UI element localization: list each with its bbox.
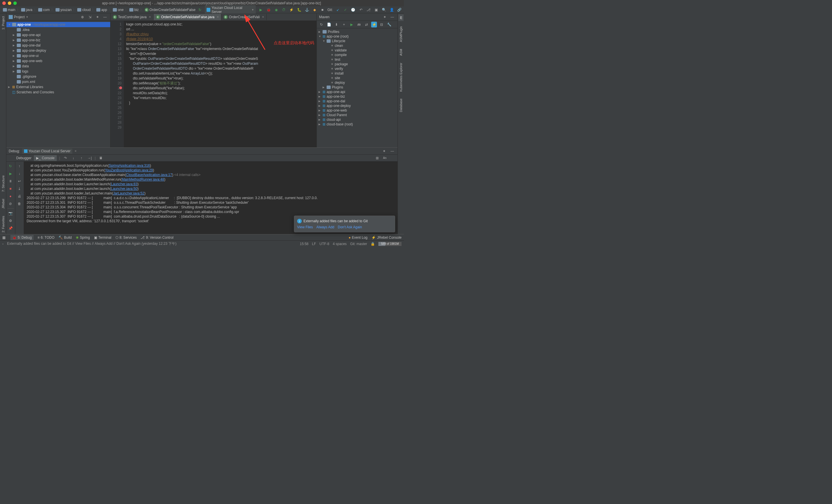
up-icon[interactable]: ↑	[17, 163, 22, 169]
database-tool-tab[interactable]: Database	[399, 97, 403, 114]
tree-item[interactable]: ▶logs	[6, 69, 110, 74]
maven-item[interactable]: ▼⊞app-one (root)	[317, 34, 397, 39]
services-tool-button[interactable]: ⬡8: Services	[115, 235, 136, 240]
profile-button[interactable]: ⏱	[281, 7, 287, 13]
status-icon[interactable]: ▫	[2, 242, 3, 246]
m-icon[interactable]: m	[356, 22, 362, 27]
coverage-button[interactable]: ◉	[274, 7, 279, 13]
tree-item[interactable]: pom.xml	[6, 79, 110, 84]
maven-item[interactable]: ▶⊞app-one-dal	[317, 99, 397, 104]
maven-item[interactable]: ▶⊞app-one-biz	[317, 94, 397, 99]
breakpoint-icon[interactable]	[119, 86, 122, 89]
maven-item[interactable]: ▶⊞app-one-api	[317, 90, 397, 94]
add-icon[interactable]: +	[341, 22, 347, 27]
editor-tab[interactable]: COrderCreateSelfVali×	[221, 14, 267, 20]
layout-icon[interactable]: ⊞	[374, 155, 380, 161]
asm-tool-tab[interactable]: ASM	[399, 47, 403, 57]
maximize-window-icon[interactable]	[13, 1, 17, 5]
project-panel-title[interactable]: Project ▼	[9, 15, 80, 19]
debugger-tab[interactable]: Debugger	[16, 156, 31, 160]
git-history-icon[interactable]: 🕐	[350, 7, 356, 13]
structure-tool-tab[interactable]: 7: Structure	[1, 174, 5, 194]
step-over-icon[interactable]: ↷	[62, 155, 68, 161]
rerun-icon[interactable]: ↻	[7, 163, 13, 169]
maven-item[interactable]: ✶verify	[317, 66, 397, 71]
editor-tab[interactable]: CTestController.java×	[110, 14, 154, 20]
resume-icon[interactable]: ▶	[7, 171, 13, 176]
maven-item[interactable]: ✶validate	[317, 48, 397, 53]
maven-item[interactable]: ✶compile	[317, 53, 397, 57]
expand-icon[interactable]: ⇲	[87, 14, 93, 20]
maven-item[interactable]: ✶package	[317, 62, 397, 66]
breadcrumb-one[interactable]: one	[112, 7, 125, 12]
tree-item[interactable]: ◫Scratches and Consoles	[6, 90, 110, 95]
debug-tool-button[interactable]: 🐞5: Debug	[10, 235, 33, 240]
scroll-icon[interactable]: ⤓	[17, 186, 22, 192]
view-files-link[interactable]: View Files	[297, 225, 313, 229]
mute-icon[interactable]: ⊘	[7, 201, 13, 207]
memory-indicator[interactable]: 589 of 1981M	[379, 242, 401, 246]
console-tab[interactable]: ▶_ Console	[34, 155, 57, 161]
settings-icon[interactable]: ✶	[381, 148, 387, 154]
maven-item[interactable]: ✶test	[317, 57, 397, 62]
close-tab-icon[interactable]: ×	[75, 149, 77, 153]
maven-item[interactable]: ▶⊞app-one-deploy	[317, 104, 397, 108]
breakpoints-icon[interactable]: ●	[7, 193, 13, 199]
tree-item[interactable]: ▶app-one-ui	[6, 53, 110, 58]
close-window-icon[interactable]	[2, 1, 6, 5]
git-branch-icon[interactable]: ⎇	[366, 7, 371, 13]
breadcrumb-cloud[interactable]: cloud	[76, 7, 92, 12]
always-add-link[interactable]: Always Add	[316, 225, 334, 229]
hide-icon[interactable]: —	[389, 148, 395, 154]
breadcrumb-com[interactable]: com	[37, 7, 51, 12]
print-icon[interactable]: 🖨	[17, 193, 22, 199]
ide-layout-icon[interactable]: ▣	[374, 7, 379, 13]
tree-item[interactable]: .idea	[6, 27, 110, 32]
hide-icon[interactable]: —	[389, 14, 395, 20]
stop-button[interactable]: ■	[320, 7, 325, 13]
step-into-icon[interactable]: ↓	[71, 155, 76, 161]
avatar-icon[interactable]: 👤	[389, 7, 395, 13]
maven-tool-tab[interactable]: m	[398, 15, 404, 21]
spring-tool-button[interactable]: ❀Spring	[76, 235, 90, 240]
toggle-icon[interactable]: ⇄	[364, 22, 369, 27]
tree-item[interactable]: ▶data	[6, 63, 110, 69]
hide-icon[interactable]: —	[102, 14, 108, 20]
maven-item[interactable]: ✶deploy	[317, 80, 397, 85]
collapse-icon[interactable]: ⊟	[379, 22, 385, 27]
build-tool-button[interactable]: 🔨Build	[58, 235, 72, 240]
git-update-icon[interactable]: ↙	[335, 7, 340, 13]
stop-icon[interactable]: ■	[7, 186, 13, 192]
cursor-position[interactable]: 15:58	[300, 242, 308, 246]
tree-item[interactable]: .gitignore	[6, 74, 110, 79]
indent[interactable]: 4 spaces	[333, 242, 346, 246]
run-maven-icon[interactable]: ▶	[348, 22, 355, 27]
status-message[interactable]: Externally added files can be added to G…	[7, 241, 177, 246]
tree-item[interactable]: ▶app-one-dal	[6, 43, 110, 48]
todo-tool-button[interactable]: ≡6: TODO	[37, 235, 55, 240]
git-commit-icon[interactable]: ✓	[343, 7, 348, 13]
close-tab-icon[interactable]: ×	[262, 15, 264, 19]
breadcrumb-OrderCreateSelfValidateFalse[interactable]: COrderCreateSelfValidateFalse	[144, 7, 197, 12]
tree-item[interactable]: ▶⊞External Libraries	[6, 84, 110, 90]
breadcrumb-app[interactable]: app	[95, 7, 108, 12]
wrap-icon[interactable]: ↩	[17, 178, 22, 184]
maven-item[interactable]: ▶⊞cloud-api	[317, 117, 397, 122]
step-out-icon[interactable]: ↑	[79, 155, 84, 161]
debug-config[interactable]: Youzan Cloud Local Server	[22, 148, 72, 154]
terminal-tool-button[interactable]: ▣Terminal	[94, 235, 111, 240]
maven-item[interactable]: ▶Profiles	[317, 29, 397, 34]
event-log-button[interactable]: ●Event Log	[348, 235, 367, 240]
kubernetes-tool-tab[interactable]: Kubernetes Explorer	[399, 61, 403, 93]
settings-icon[interactable]: ✶	[95, 14, 100, 20]
run-button[interactable]: ▶	[258, 7, 263, 13]
git-branch[interactable]: Git: master	[350, 242, 367, 246]
minimize-window-icon[interactable]	[8, 1, 11, 5]
maven-item[interactable]: ▶⊞cloud-base (root)	[317, 122, 397, 127]
lock-icon[interactable]: 🔒	[370, 242, 375, 246]
maven-item[interactable]: ▶Plugins	[317, 85, 397, 90]
tool-window-icon[interactable]: ▦	[2, 235, 6, 240]
dump-icon[interactable]: 📷	[7, 211, 13, 216]
run-to-cursor-icon[interactable]: →|	[87, 155, 93, 161]
maven-item[interactable]: ▼Lifecycle	[317, 39, 397, 43]
